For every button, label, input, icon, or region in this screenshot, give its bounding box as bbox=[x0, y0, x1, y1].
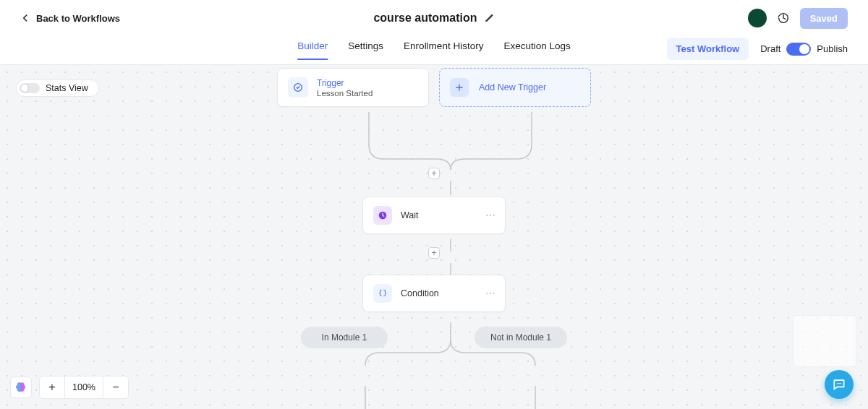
minimap[interactable] bbox=[793, 315, 856, 367]
chat-icon bbox=[832, 377, 846, 392]
publish-toggle[interactable] bbox=[786, 43, 811, 56]
node-menu-icon[interactable]: ⋯ bbox=[485, 210, 496, 221]
zoom-out-button[interactable]: − bbox=[103, 376, 128, 398]
plus-icon bbox=[450, 78, 469, 97]
braces-icon bbox=[373, 284, 392, 303]
trigger-node[interactable]: Trigger Lesson Started bbox=[277, 68, 429, 107]
zoom-in-button[interactable]: + bbox=[40, 376, 64, 398]
draft-label: Draft bbox=[760, 43, 780, 54]
zoom-level: 100% bbox=[64, 376, 103, 398]
add-step-button[interactable]: + bbox=[428, 247, 440, 259]
history-icon[interactable] bbox=[777, 12, 790, 25]
node-menu-icon[interactable]: ⋯ bbox=[485, 288, 496, 299]
tab-builder[interactable]: Builder bbox=[297, 40, 328, 60]
brain-icon bbox=[14, 381, 27, 394]
workflow-title: course automation bbox=[373, 12, 477, 25]
tabs: Builder Settings Enrollment History Exec… bbox=[297, 36, 570, 64]
add-new-trigger[interactable]: Add New Trigger bbox=[439, 68, 591, 107]
condition-label: Condition bbox=[401, 288, 439, 298]
back-label: Back to Workflows bbox=[36, 13, 120, 24]
saved-button[interactable]: Saved bbox=[800, 8, 848, 29]
branch-in-module-1[interactable]: In Module 1 bbox=[301, 327, 388, 348]
tab-execution-logs[interactable]: Execution Logs bbox=[503, 40, 570, 60]
zoom-control: + 100% − bbox=[39, 376, 129, 399]
branch-not-in-module-1[interactable]: Not in Module 1 bbox=[475, 327, 567, 348]
avatar[interactable] bbox=[748, 9, 767, 27]
edit-icon[interactable] bbox=[485, 13, 495, 23]
ai-assist-button[interactable] bbox=[10, 376, 32, 398]
trigger-sub: Lesson Started bbox=[317, 89, 373, 98]
svg-point-9 bbox=[838, 383, 840, 384]
trigger-icon bbox=[288, 77, 308, 98]
svg-point-8 bbox=[837, 383, 838, 384]
add-trigger-label: Add New Trigger bbox=[479, 82, 546, 92]
svg-point-10 bbox=[841, 383, 842, 384]
trigger-label: Trigger bbox=[317, 78, 373, 88]
chat-fab[interactable] bbox=[825, 370, 854, 399]
condition-node[interactable]: Condition ⋯ bbox=[362, 275, 506, 312]
wait-label: Wait bbox=[401, 210, 419, 220]
wait-node[interactable]: Wait ⋯ bbox=[362, 197, 506, 234]
clock-icon bbox=[373, 206, 392, 225]
add-step-button[interactable]: + bbox=[428, 168, 440, 179]
test-workflow-button[interactable]: Test Workflow bbox=[667, 38, 749, 60]
tab-settings[interactable]: Settings bbox=[348, 40, 383, 60]
publish-label: Publish bbox=[817, 43, 848, 54]
chevron-left-icon bbox=[20, 13, 30, 23]
tab-enrollment-history[interactable]: Enrollment History bbox=[404, 40, 483, 60]
back-to-workflows[interactable]: Back to Workflows bbox=[20, 13, 120, 24]
